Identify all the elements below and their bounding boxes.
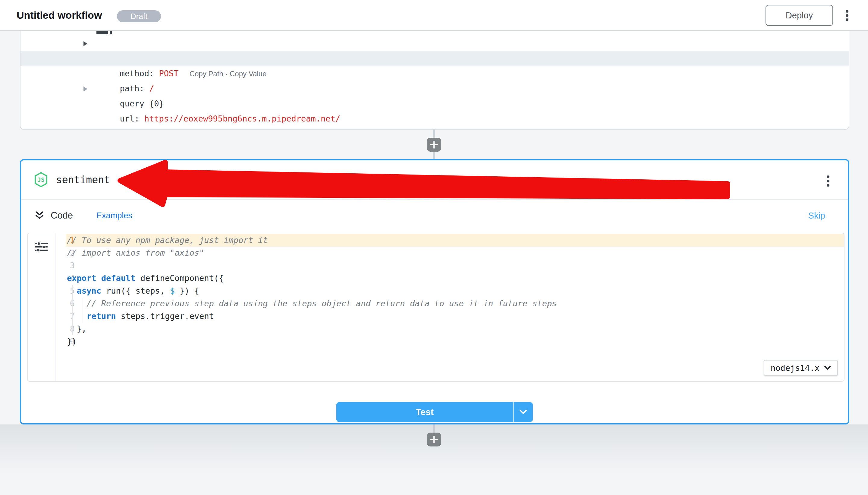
editor-settings-sliders-icon[interactable] bbox=[35, 241, 48, 252]
trigger-result-panel: headers {5} method: POSTCopy Path · Copy… bbox=[20, 31, 849, 130]
clipped-row-fragment bbox=[110, 31, 112, 34]
nodejs-js-icon: JS bbox=[34, 172, 48, 188]
code-line-7: return steps.trigger.event bbox=[67, 310, 844, 323]
skip-link[interactable]: Skip bbox=[808, 211, 825, 221]
test-options-button[interactable] bbox=[513, 402, 533, 422]
examples-link[interactable]: Examples bbox=[97, 211, 132, 220]
code-line-8: }, bbox=[67, 323, 844, 335]
chevron-down-icon bbox=[519, 410, 527, 414]
tree-row-url[interactable]: url: https://eoxew995bng6ncs.m.pipedream… bbox=[20, 96, 849, 111]
workflow-title: Untitled workflow bbox=[17, 0, 102, 30]
code-section-label: Code bbox=[51, 210, 73, 221]
tree-row-headers[interactable]: headers {5} bbox=[20, 36, 849, 51]
code-section-row: Code Examples Skip bbox=[21, 200, 848, 232]
chevron-down-icon bbox=[824, 366, 831, 370]
expand-arrow-icon[interactable] bbox=[84, 86, 87, 91]
pipedream-workflow-editor: Untitled workflow Draft Deploy headers {… bbox=[0, 0, 868, 495]
tree-row-method[interactable]: method: POSTCopy Path · Copy Value bbox=[20, 51, 849, 66]
tree-row-query[interactable]: query {0} bbox=[20, 81, 849, 96]
runtime-select[interactable]: nodejs14.x bbox=[764, 360, 838, 376]
step-name[interactable]: sentiment bbox=[56, 174, 110, 186]
add-step-button[interactable] bbox=[427, 138, 441, 152]
workflow-menu-icon[interactable] bbox=[846, 10, 848, 21]
tree-row-path[interactable]: path: / bbox=[20, 66, 849, 81]
code-line-1: // To use any npm package, just import i… bbox=[67, 234, 844, 246]
code-line-5: async run({ steps, $ }) { bbox=[67, 285, 844, 297]
svg-text:JS: JS bbox=[37, 176, 45, 183]
clipped-row-fragment bbox=[97, 31, 108, 34]
code-editor[interactable]: 1 2 3 4 5 6 7 8 9 // To use any npm pack… bbox=[27, 233, 845, 382]
step-menu-icon[interactable] bbox=[827, 175, 829, 187]
code-line-6: // Reference previous step data using th… bbox=[67, 297, 844, 310]
test-split-button[interactable]: Test bbox=[336, 402, 533, 422]
step-header: JS sentiment bbox=[21, 160, 848, 199]
expand-arrow-icon[interactable] bbox=[84, 41, 87, 46]
url-value: https://eoxew995bng6ncs.m.pipedream.net/ bbox=[144, 114, 340, 123]
code-line-3 bbox=[67, 259, 844, 272]
collapse-double-chevron-icon[interactable] bbox=[35, 211, 44, 220]
code-line-4: export default defineComponent({ bbox=[67, 272, 844, 285]
plus-icon bbox=[430, 436, 438, 443]
runtime-value: nodejs14.x bbox=[771, 363, 820, 373]
status-badge: Draft bbox=[117, 10, 161, 22]
code-line-2: // import axios from "axios" bbox=[67, 246, 844, 259]
code-line-9: }) bbox=[67, 335, 844, 348]
plus-icon bbox=[430, 141, 438, 149]
top-bar: Untitled workflow Draft Deploy bbox=[0, 0, 868, 31]
deploy-button[interactable]: Deploy bbox=[765, 5, 833, 26]
add-step-button[interactable] bbox=[427, 432, 441, 446]
test-button[interactable]: Test bbox=[336, 402, 513, 422]
step-panel-sentiment: JS sentiment Code Examples Skip bbox=[20, 159, 849, 425]
